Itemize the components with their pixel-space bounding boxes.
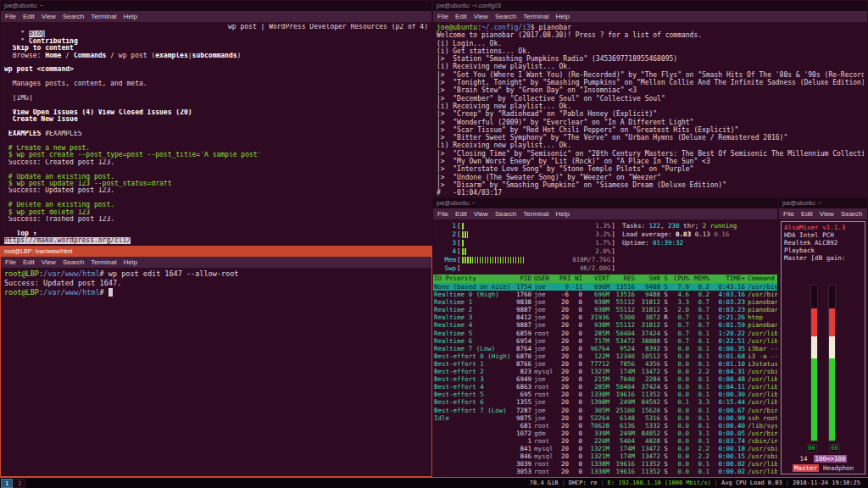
process-row[interactable]: Best-effort 0 (High)6870joe200122M123401… xyxy=(433,352,777,360)
volume-bar-right[interactable] xyxy=(828,285,836,441)
process-row[interactable]: Realtime 7 (Low)8764joe2009676495248392S… xyxy=(433,345,777,352)
terminal-line: |> "Tonight, Tonight" by "Smashing Pumpk… xyxy=(437,79,864,86)
window-title-htop[interactable]: joe@ubuntu: ~ xyxy=(433,198,777,208)
menu-item-help[interactable]: Help xyxy=(123,258,136,266)
window-title-pianobar[interactable]: joe@ubuntu: ~/.config/i3 xyxy=(433,1,867,11)
process-row[interactable]: 1root200220M54044828S0.00.10:03.74/sbin/… xyxy=(433,437,777,445)
menu-item-search[interactable]: Search xyxy=(63,258,84,266)
terminal-line: Success: Created post 123. xyxy=(4,159,428,166)
menu-item-edit[interactable]: Edit xyxy=(23,13,35,20)
menu-item-view[interactable]: View xyxy=(474,13,488,20)
menu-item-edit[interactable]: Edit xyxy=(455,13,467,20)
column-header-user[interactable]: USER xyxy=(533,274,559,283)
terminal-line: |> "Closing Time" by "Semisonic" on "20t… xyxy=(437,150,864,158)
w3m-terminal-content[interactable]: wp post | WordPress Developer Resources … xyxy=(1,22,431,245)
volume-bars xyxy=(784,262,862,443)
menu-item-file[interactable]: File xyxy=(5,258,16,266)
menu-item-search[interactable]: Search xyxy=(495,210,516,218)
window-title-alsamixer[interactable]: joe@ubuntu: ~ xyxy=(779,198,867,208)
process-row[interactable]: Realtime 19838joe200938M5511231812S3.30.… xyxy=(433,298,777,306)
process-row[interactable]: 3053root2001338M1961611352S0.00.10:00.02… xyxy=(433,468,777,475)
menu-item-search[interactable]: Search xyxy=(495,13,516,20)
menu-item-file[interactable]: File xyxy=(5,13,16,20)
menu-item-edit[interactable]: Edit xyxy=(23,258,35,266)
volume-readout-row: 14 100<>100 xyxy=(784,455,862,463)
menu-item-view[interactable]: View xyxy=(820,210,834,218)
process-row[interactable]: Best-effort 36949joe200215M70402284S0.00… xyxy=(433,375,777,383)
terminal-line xyxy=(4,59,428,66)
process-row[interactable]: Realtime 38412joe2003193653003872R0.70.1… xyxy=(433,313,777,321)
process-row[interactable]: 846mysql2001321M174M13472S0.02.20:00.15/… xyxy=(433,452,777,460)
menu-item-edit[interactable]: Edit xyxy=(455,210,467,218)
menu-item-terminal[interactable]: Terminal xyxy=(523,13,548,20)
column-header-mem[interactable]: MEM% xyxy=(691,274,711,283)
process-row[interactable]: Realtime 66954joe200717M5347238888S0.70.… xyxy=(433,337,777,345)
workspace-button-2[interactable]: 2 xyxy=(14,479,25,488)
process-row[interactable]: Best-effort 5695root2001338M1961611352S0… xyxy=(433,391,777,398)
alsamixer-card: HDA Intel PCH xyxy=(784,231,862,239)
control-next[interactable]: Headphon xyxy=(823,464,854,472)
shell-terminal-content[interactable]: root@LBP:/var/www/html# wp post edit 164… xyxy=(1,268,431,476)
menu-item-help[interactable]: Help xyxy=(555,13,569,20)
terminal-line: Success: Updated post 1647. xyxy=(4,279,428,288)
window-title-w3m[interactable]: joe@ubuntu: ~ xyxy=(1,1,431,11)
process-row[interactable]: Best-effort 18766joe2007771278564356S0.0… xyxy=(433,360,777,368)
window-w3m-docs: joe@ubuntu: ~ FileEditViewSearchTerminal… xyxy=(0,0,432,246)
process-row[interactable]: Best-effort 61355joe2001398M249M84592S0.… xyxy=(433,398,777,406)
alsamixer-terminal-content[interactable]: AlsaMixer v1.1.3 HDA Intel PCH Realtek A… xyxy=(779,219,867,476)
column-header-virt[interactable]: VIRT xyxy=(584,274,611,283)
column-header-pri[interactable]: PRI xyxy=(559,274,570,283)
process-row[interactable]: Realtime 29887joe200938M5511231812S2.00.… xyxy=(433,306,777,313)
column-header-pid[interactable]: PID xyxy=(511,274,533,283)
process-row[interactable]: None (based on nice)1754joe9-11696M13516… xyxy=(433,283,777,291)
menu-item-search[interactable]: Search xyxy=(63,13,84,20)
process-row[interactable]: Idle9875joe2005226461485316S0.00.10:00.9… xyxy=(433,414,777,422)
column-header-st[interactable]: S xyxy=(662,274,670,283)
terminal-line: |> "Got You (Where I Want You) (Re-Recor… xyxy=(437,71,864,79)
process-row[interactable]: Best-effort 46863root200285M5040437424S0… xyxy=(433,383,777,391)
menu-item-help[interactable]: Help xyxy=(555,210,569,218)
process-row[interactable]: Best-effort 7 (Low)7287joe200305M2510015… xyxy=(433,407,777,414)
process-row[interactable]: Realtime 49887joe200938M5511231812S0.70.… xyxy=(433,321,777,329)
window-title-shell[interactable]: root@LBP: /var/www/html xyxy=(1,247,431,257)
pianobar-terminal-content[interactable]: joe@ubuntu:~/.config/i3$ pianobarWelcome… xyxy=(433,22,867,197)
workspace-button-1[interactable]: 1 xyxy=(1,479,13,488)
menu-item-terminal[interactable]: Terminal xyxy=(523,210,548,218)
process-row[interactable]: 841mysql2001321M174M13472S0.02.20:00.18/… xyxy=(433,445,777,452)
column-header-shr[interactable]: SHR xyxy=(637,274,662,283)
terminal-line: Success: Trashed post 123. xyxy=(4,216,428,223)
control-selected[interactable]: Master xyxy=(793,464,819,472)
menu-item-terminal[interactable]: Terminal xyxy=(91,258,116,266)
column-header-res[interactable]: RES xyxy=(611,274,637,283)
terminal-line: root@LBP:/var/www/html# xyxy=(4,288,428,297)
htop-terminal-content[interactable]: 1[1.3%]2[3.2%]3[1.7%]4[2.0%]Mem[818M/7.7… xyxy=(433,219,777,476)
menu-item-view[interactable]: View xyxy=(42,258,56,266)
menu-item-file[interactable]: File xyxy=(437,210,448,218)
menu-item-terminal[interactable]: Terminal xyxy=(91,13,116,20)
column-header-time[interactable]: TIME+ xyxy=(711,274,747,283)
mute-indicator-left[interactable]: 00 xyxy=(806,444,817,452)
volume-bar-left[interactable] xyxy=(810,285,818,441)
process-row[interactable]: Best-effort 2823mysql2001321M174M13472S0… xyxy=(433,368,777,375)
process-row[interactable]: 3039root2001338M1961611352S0.00.10:00.02… xyxy=(433,460,777,468)
process-row[interactable]: Realtime 0 (High)1760joe-60696M135169488… xyxy=(433,291,777,298)
gauge-swp: Swp[0K/2.00G] xyxy=(437,264,615,273)
column-header-ni[interactable]: NI xyxy=(570,274,584,283)
menu-item-search[interactable]: Search xyxy=(841,210,862,218)
process-row[interactable]: 1072gdm200339M249M84852S0.03.10:00.05/us… xyxy=(433,430,777,437)
menu-item-view[interactable]: View xyxy=(42,13,56,20)
mute-indicator-right[interactable]: 00 xyxy=(829,444,840,452)
menu-item-file[interactable]: File xyxy=(783,210,794,218)
column-header-io[interactable]: IO Priority xyxy=(433,274,511,283)
process-table-header-row[interactable]: IO PriorityPIDUSERPRINIVIRTRESSHRSCPU%ME… xyxy=(433,274,777,283)
menu-item-help[interactable]: Help xyxy=(123,13,136,20)
htop-summary: Tasks: 122, 230 thr; 2 runningLoad avera… xyxy=(615,222,773,273)
process-row[interactable]: Realtime 56859root200285M5040437424S0.70… xyxy=(433,330,777,337)
menu-item-view[interactable]: View xyxy=(474,210,488,218)
menu-item-edit[interactable]: Edit xyxy=(801,210,813,218)
column-header-cpu[interactable]: CPU% xyxy=(670,274,691,283)
process-row[interactable]: 681root2007062861365332S0.00.10:00.40/li… xyxy=(433,422,777,430)
terminal-line: Top ↑ xyxy=(4,230,428,237)
menu-item-file[interactable]: File xyxy=(437,13,448,20)
column-header-cmd[interactable]: Command xyxy=(747,274,777,283)
